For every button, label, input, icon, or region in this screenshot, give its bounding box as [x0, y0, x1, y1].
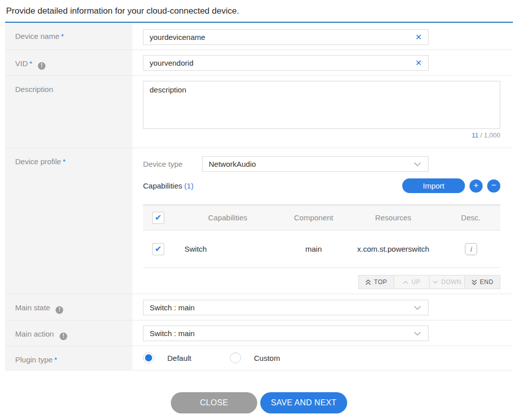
device-profile-row: Device profile* Device type NetworkAudio…	[5, 148, 513, 294]
required-asterisk: *	[63, 157, 66, 166]
plugin-type-row: Plugin type* Default Custom	[5, 346, 513, 370]
char-count-max: / 1,000	[479, 131, 500, 139]
plugin-type-label: Plugin type*	[5, 346, 132, 370]
table-header-row: ✔ Capabilities Component Resources Desc.	[143, 205, 500, 230]
move-top-button[interactable]: TOP	[358, 275, 394, 289]
capabilities-table: ✔ Capabilities Component Resources Desc.…	[143, 205, 500, 268]
radio-icon	[143, 352, 154, 363]
main-action-label: Main action !	[5, 320, 132, 346]
chevron-down-icon	[433, 281, 438, 284]
required-asterisk: *	[54, 355, 57, 364]
clear-icon[interactable]: ✕	[415, 59, 422, 67]
radio-label: Default	[167, 354, 192, 362]
save-and-next-button[interactable]: SAVE AND NEXT	[260, 392, 347, 413]
plugin-type-default-radio[interactable]: Default	[143, 352, 192, 363]
device-profile-label: Device profile*	[5, 148, 132, 294]
main-action-select[interactable]: Switch : main	[143, 325, 429, 341]
chevron-down-icon	[414, 162, 421, 166]
capabilities-title: Capabilities(1)	[143, 181, 194, 190]
col-header-component: Component	[282, 205, 345, 230]
main-action-row: Main action ! Switch : main	[5, 320, 513, 346]
cell-capability: Switch	[173, 230, 282, 268]
info-icon[interactable]: !	[56, 306, 63, 314]
row-info-button[interactable]: i	[465, 243, 477, 255]
row-checkbox[interactable]: ✔	[152, 243, 164, 255]
col-header-resources: Resources	[345, 205, 441, 230]
plugin-type-custom-radio[interactable]: Custom	[230, 352, 280, 363]
add-capability-button[interactable]: +	[469, 179, 483, 193]
vid-input[interactable]: yourvendorid ✕	[143, 55, 429, 71]
description-row: Description description 11 / 1,000	[5, 76, 513, 148]
footer-actions: CLOSE SAVE AND NEXT	[5, 392, 513, 413]
info-icon[interactable]: !	[38, 62, 45, 70]
chevron-down-icon	[414, 306, 421, 310]
required-asterisk: *	[29, 59, 32, 68]
device-type-select[interactable]: NetworkAudio	[202, 156, 429, 172]
capabilities-count: (1)	[184, 181, 194, 190]
col-header-desc: Desc.	[441, 205, 500, 230]
main-state-label: Main state !	[5, 294, 132, 320]
info-icon[interactable]: !	[60, 333, 67, 340]
cell-resources: x.com.st.powerswitch	[345, 230, 441, 268]
clear-icon[interactable]: ✕	[415, 33, 422, 41]
main-state-row: Main state ! Switch : main	[5, 294, 513, 320]
table-row: ✔ Switch main x.com.st.powerswitch i	[143, 230, 500, 268]
select-all-checkbox[interactable]: ✔	[152, 212, 164, 224]
page-title: Provide detailed information for your cl…	[5, 0, 513, 23]
chevron-down-icon	[414, 332, 421, 336]
cell-component: main	[282, 230, 345, 268]
check-icon: ✔	[155, 214, 161, 222]
remove-capability-button[interactable]: −	[487, 179, 500, 193]
description-textarea[interactable]: description	[143, 81, 500, 129]
move-down-button[interactable]: DOWN	[429, 275, 465, 289]
double-chevron-down-icon	[472, 279, 477, 285]
move-button-group: TOP UP DOWN END	[143, 275, 500, 289]
char-counter: 11 / 1,000	[143, 131, 500, 139]
radio-icon	[230, 352, 241, 363]
device-name-label: Device name*	[5, 23, 132, 50]
device-name-row: Device name* yourdevicename ✕	[5, 23, 513, 50]
vid-row: VID* ! yourvendorid ✕	[5, 50, 513, 76]
import-button[interactable]: Import	[402, 178, 465, 193]
radio-label: Custom	[254, 354, 280, 362]
close-button[interactable]: CLOSE	[171, 392, 257, 413]
double-chevron-up-icon	[365, 279, 371, 285]
col-header-capabilities: Capabilities	[173, 205, 282, 230]
required-asterisk: *	[61, 32, 64, 40]
device-details-page: Provide detailed information for your cl…	[0, 0, 518, 413]
chevron-up-icon	[403, 281, 408, 284]
move-up-button[interactable]: UP	[394, 275, 430, 289]
main-state-select[interactable]: Switch : main	[143, 300, 429, 315]
char-count-current: 11	[472, 131, 479, 139]
device-name-input[interactable]: yourdevicename ✕	[143, 29, 429, 45]
description-label: Description	[5, 76, 132, 148]
vid-label: VID* !	[5, 50, 132, 75]
move-end-button[interactable]: END	[464, 275, 500, 289]
device-type-label: Device type	[143, 160, 202, 168]
check-icon: ✔	[155, 245, 161, 253]
